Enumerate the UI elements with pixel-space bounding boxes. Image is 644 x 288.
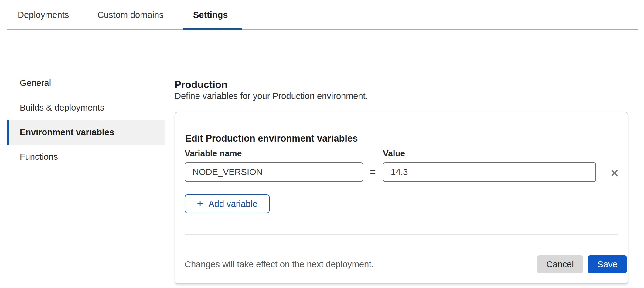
page: Deployments Custom domains Settings Gene… xyxy=(0,0,644,288)
add-variable-button[interactable]: + Add variable xyxy=(185,194,270,213)
footer-note: Changes will take effect on the next dep… xyxy=(185,259,374,269)
save-button[interactable]: Save xyxy=(588,255,627,273)
settings-sidebar: General Builds & deployments Environment… xyxy=(7,71,165,169)
tab-bar: Deployments Custom domains Settings xyxy=(0,0,644,30)
sidebar-item-builds-deployments[interactable]: Builds & deployments xyxy=(7,95,165,120)
card-footer-divider xyxy=(185,234,618,235)
remove-variable-icon[interactable]: × xyxy=(607,165,622,181)
sidebar-item-general[interactable]: General xyxy=(7,71,165,95)
variable-name-input[interactable] xyxy=(185,162,363,182)
section-subtitle: Define variables for your Production env… xyxy=(175,91,368,101)
tab-custom-domains[interactable]: Custom domains xyxy=(97,10,164,20)
variable-name-label: Variable name xyxy=(185,149,242,158)
value-label: Value xyxy=(383,149,405,158)
plus-icon: + xyxy=(197,198,203,209)
card-title: Edit Production environment variables xyxy=(185,133,358,144)
equals-sign: = xyxy=(364,162,382,182)
section-title: Production xyxy=(175,79,227,91)
variable-value-input[interactable] xyxy=(383,162,596,182)
tab-deployments[interactable]: Deployments xyxy=(18,10,69,20)
cancel-button[interactable]: Cancel xyxy=(537,255,583,273)
sidebar-item-environment-variables[interactable]: Environment variables xyxy=(7,120,165,145)
tab-settings[interactable]: Settings xyxy=(193,10,228,20)
sidebar-item-functions[interactable]: Functions xyxy=(7,145,165,169)
tab-bar-divider xyxy=(7,29,638,30)
add-variable-label: Add variable xyxy=(208,199,257,209)
active-tab-underline xyxy=(183,28,242,30)
